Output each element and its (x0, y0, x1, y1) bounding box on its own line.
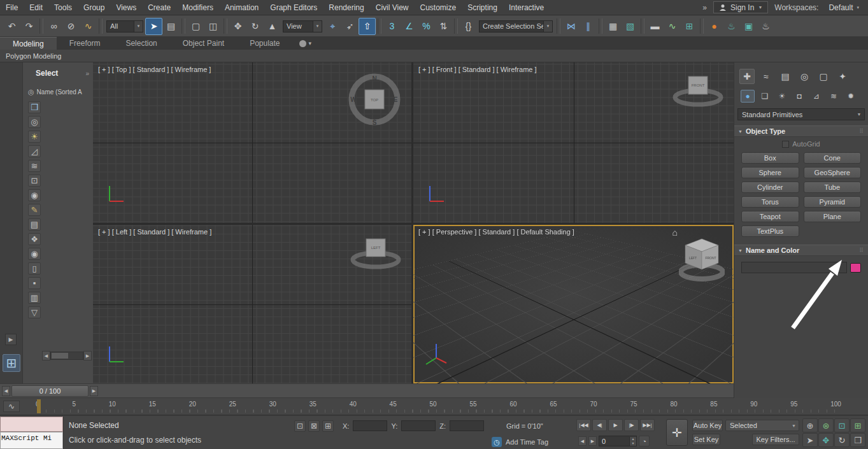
document-icon[interactable]: ▯ (28, 262, 41, 274)
selection-lock-icon[interactable]: ⊠ (308, 420, 320, 432)
object-type-textplus-button[interactable]: TextPlus (741, 225, 799, 237)
track-bar[interactable]: ∿ 05101520253035404550556065707580859095… (0, 398, 868, 415)
object-type-geosphere-button[interactable]: GeoSphere (804, 167, 862, 178)
time-slider-handle[interactable]: 0 / 100 (11, 385, 89, 397)
select-and-rotate-icon[interactable]: ↻ (246, 18, 264, 35)
helpers-subtab-icon[interactable]: ⊿ (809, 90, 823, 103)
geometry-subtab-icon[interactable]: ● (741, 90, 755, 103)
spin-down-icon[interactable]: ▾ (630, 441, 636, 446)
next-frame-button[interactable]: |▶ (624, 419, 639, 431)
lights-subtab-icon[interactable]: ☀ (775, 90, 789, 103)
zoom-region-icon[interactable]: ➤ (802, 433, 818, 447)
autogrid-checkbox[interactable] (782, 141, 789, 148)
hierarchy-tab-icon[interactable]: ▤ (778, 69, 793, 84)
expand-panel-button[interactable]: ▶ (5, 334, 17, 345)
key-filters-button[interactable]: Key Filters... (752, 434, 799, 445)
menu-item-animation[interactable]: Animation (219, 0, 264, 15)
viewport-layout-tabs-button[interactable]: ⊞ (3, 354, 20, 372)
menu-item-customize[interactable]: Customize (415, 0, 462, 15)
viewport-perspective[interactable]: [ + ] [ Perspective ] [ Standard ] [ Def… (413, 225, 734, 383)
menu-item-civil-view[interactable]: Civil View (370, 0, 415, 15)
viewcube[interactable]: LEFT FRONT (679, 234, 725, 285)
notes-icon[interactable]: ▥ (28, 292, 41, 304)
panel-scrollbar[interactable]: ◀ ▶ (42, 351, 92, 360)
transform-box-icon[interactable]: ❒ (28, 101, 41, 113)
display-tab-icon[interactable]: ▢ (816, 69, 831, 84)
bind-to-space-warp-icon[interactable]: ∿ (80, 18, 97, 35)
name-sorted-field[interactable]: ◎ Name (Sorted A (23, 82, 93, 101)
viewport-top-label[interactable]: [ + ] [ Top ] [ Standard ] [ Wireframe ] (98, 66, 211, 73)
workspace-dropdown[interactable]: Default ▾ (825, 2, 863, 13)
previous-frame-button[interactable]: ◀| (592, 419, 607, 431)
spinner-arrows[interactable]: ▴▾ (629, 437, 636, 446)
unlink-selection-icon[interactable]: ⊘ (62, 18, 80, 35)
viewport-front-label[interactable]: [ + ] [ Front ] [ Standard ] [ Wireframe… (418, 66, 537, 73)
scrollbar-track[interactable] (50, 352, 83, 360)
menu-item-group[interactable]: Group (78, 0, 110, 15)
menu-item-create[interactable]: Create (142, 0, 176, 15)
object-type-plane-button[interactable]: Plane (804, 211, 862, 222)
ellipse-select-icon[interactable]: ◎ (28, 116, 41, 128)
bulb-icon[interactable]: ☀ (28, 131, 41, 143)
primitive-category-dropdown[interactable]: Standard Primitives ▼ (737, 108, 865, 120)
panel-expand-chevrons[interactable]: » (85, 70, 89, 77)
zoom-extents-all-icon[interactable]: ⊞ (850, 418, 865, 432)
viewport-top[interactable]: [ + ] [ Top ] [ Standard ] [ Wireframe ]… (93, 62, 411, 223)
spinner-snap-icon[interactable]: ⇅ (435, 18, 452, 35)
z-input[interactable] (450, 420, 484, 431)
time-slider[interactable]: ◀ 0 / 100 ▶ (0, 383, 734, 398)
menu-item-tools[interactable]: Tools (48, 0, 78, 15)
layer-explorer-icon[interactable]: ▧ (622, 18, 639, 35)
viewcube-compass[interactable]: TOP N E S W (345, 70, 404, 129)
select-object-icon[interactable]: ➤ (145, 18, 162, 35)
object-type-tube-button[interactable]: Tube (804, 182, 862, 193)
viewcube[interactable]: LEFT (349, 234, 402, 271)
step-forward-icon[interactable]: ▶ (588, 436, 597, 446)
select-by-name-icon[interactable]: ▤ (162, 18, 180, 35)
menubar-overflow-chevron[interactable]: » (702, 3, 707, 12)
select-and-scale-icon[interactable]: ▲ (264, 18, 281, 35)
object-color-swatch[interactable] (850, 263, 861, 273)
ribbon-toggle-icon[interactable]: ▬ (646, 18, 664, 35)
swatch-icon[interactable]: ▪ (28, 277, 41, 289)
align-icon[interactable]: ∥ (580, 18, 597, 35)
menu-item-graph-editors[interactable]: Graph Editors (264, 0, 323, 15)
select-and-move-icon[interactable]: ✥ (229, 18, 246, 35)
orbit-icon[interactable]: ↻ (834, 433, 850, 447)
next-frame-arrow[interactable]: ▶ (90, 386, 98, 396)
sign-in-dropdown[interactable]: Sign In ▼ (713, 1, 768, 13)
maximize-viewport-icon[interactable]: ❒ (850, 433, 865, 447)
add-time-tag-button[interactable]: ◷ Add Time Tag (492, 437, 548, 447)
utilities-tab-icon[interactable]: ✦ (835, 69, 850, 84)
sphere-region-icon[interactable]: ◉ (28, 189, 41, 201)
y-input[interactable] (401, 420, 436, 431)
scrollbar-thumb[interactable] (52, 353, 68, 359)
current-frame-marker[interactable] (37, 399, 41, 413)
object-type-pyramid-button[interactable]: Pyramid (804, 196, 862, 208)
grid-list-icon[interactable]: ▤ (28, 218, 41, 231)
modify-tab-icon[interactable]: ≈ (758, 69, 774, 84)
set-key-mode-button[interactable]: ✛ (666, 419, 688, 446)
key-mode-dropdown[interactable]: Selected ▼ (725, 420, 799, 431)
material-editor-icon[interactable]: ● (706, 18, 723, 35)
object-name-input[interactable] (741, 262, 847, 273)
menu-item-edit[interactable]: Edit (24, 0, 48, 15)
object-type-cylinder-button[interactable]: Cylinder (741, 182, 799, 193)
screen-select-icon[interactable]: ⊡ (28, 175, 41, 187)
redo-icon[interactable]: ↷ (20, 18, 38, 35)
viewport-left[interactable]: [ + ] [ Left ] [ Standard ] [ Wireframe … (93, 225, 411, 383)
go-to-start-button[interactable]: |◀◀ (576, 419, 591, 431)
mirror-icon[interactable]: ⋈ (562, 18, 580, 35)
menu-item-interactive[interactable]: Interactive (503, 0, 550, 15)
named-selection-set-dropdown[interactable]: Create Selection Se▼ (479, 20, 553, 32)
current-frame-spinner[interactable]: 0 ▴▾ (599, 436, 637, 446)
object-type-cone-button[interactable]: Cone (804, 152, 862, 164)
ribbon-config-dropdown[interactable]: ▾ (293, 37, 318, 50)
step-back-icon[interactable]: ◀ (578, 436, 587, 446)
previous-frame-arrow[interactable]: ◀ (2, 386, 10, 396)
auto-key-button[interactable]: Auto Key (692, 420, 723, 431)
use-pivot-center-icon[interactable]: ⌖ (324, 18, 341, 35)
x-input[interactable] (353, 420, 387, 431)
undo-icon[interactable]: ↶ (3, 18, 20, 35)
reference-coordinate-dropdown[interactable]: View▼ (283, 20, 322, 32)
